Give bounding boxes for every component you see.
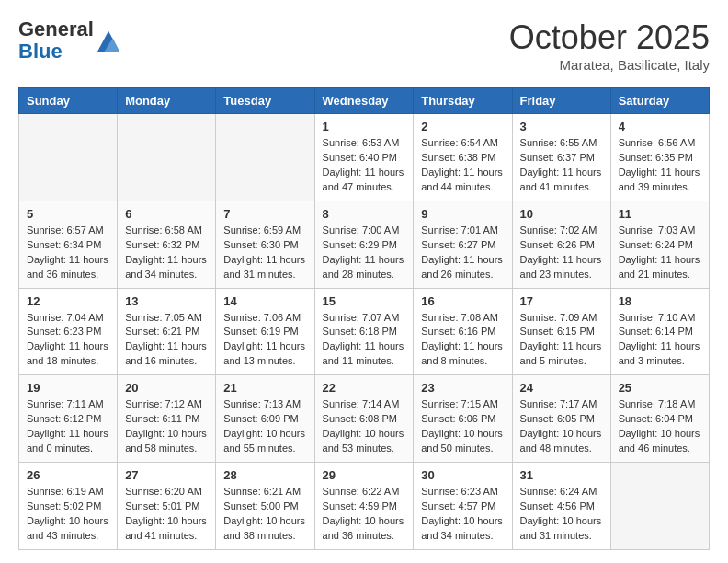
day-number: 17 [520,294,603,308]
calendar-cell [19,114,118,201]
calendar-cell: 17Sunrise: 7:09 AM Sunset: 6:15 PM Dayli… [512,288,610,375]
calendar-cell: 25Sunrise: 7:18 AM Sunset: 6:04 PM Dayli… [610,375,709,463]
day-info: Sunrise: 6:56 AM Sunset: 6:35 PM Dayligh… [619,136,701,195]
header-tuesday: Tuesday [216,88,314,114]
day-number: 25 [619,381,701,395]
header-monday: Monday [118,88,216,114]
calendar-cell: 6Sunrise: 6:58 AM Sunset: 6:32 PM Daylig… [118,201,216,288]
day-info: Sunrise: 7:02 AM Sunset: 6:26 PM Dayligh… [520,224,603,282]
day-info: Sunrise: 6:23 AM Sunset: 4:57 PM Dayligh… [421,485,504,544]
calendar-cell: 14Sunrise: 7:06 AM Sunset: 6:19 PM Dayli… [216,288,314,375]
calendar-cell: 22Sunrise: 7:14 AM Sunset: 6:08 PM Dayli… [314,375,414,463]
day-info: Sunrise: 7:12 AM Sunset: 6:11 PM Dayligh… [125,397,208,456]
day-number: 24 [520,381,603,395]
location-subtitle: Maratea, Basilicate, Italy [509,57,710,73]
day-number: 12 [27,294,109,308]
calendar-cell: 5Sunrise: 6:57 AM Sunset: 6:34 PM Daylig… [19,201,118,288]
day-number: 19 [27,381,109,395]
calendar-cell: 21Sunrise: 7:13 AM Sunset: 6:09 PM Dayli… [216,375,314,463]
day-info: Sunrise: 6:57 AM Sunset: 6:34 PM Dayligh… [27,224,109,282]
day-number: 10 [520,207,603,221]
calendar-cell: 29Sunrise: 6:22 AM Sunset: 4:59 PM Dayli… [314,463,414,550]
calendar-cell: 13Sunrise: 7:05 AM Sunset: 6:21 PM Dayli… [118,288,216,375]
day-number: 2 [421,120,504,133]
day-number: 18 [619,294,701,308]
header-wednesday: Wednesday [314,88,414,114]
page-header: General Blue October 2025 Maratea, Basil… [18,18,710,73]
calendar-cell: 28Sunrise: 6:21 AM Sunset: 5:00 PM Dayli… [216,463,314,550]
day-info: Sunrise: 7:15 AM Sunset: 6:06 PM Dayligh… [421,397,504,456]
calendar-week-3: 19Sunrise: 7:11 AM Sunset: 6:12 PM Dayli… [19,375,710,463]
day-number: 30 [421,468,504,482]
day-number: 28 [223,468,306,482]
logo: General Blue [18,18,121,63]
day-number: 27 [125,468,208,482]
day-number: 5 [27,207,109,221]
header-sunday: Sunday [19,88,118,114]
calendar-cell: 26Sunrise: 6:19 AM Sunset: 5:02 PM Dayli… [19,463,118,550]
calendar-cell: 16Sunrise: 7:08 AM Sunset: 6:16 PM Dayli… [414,288,512,375]
day-number: 26 [27,468,109,482]
calendar-cell: 18Sunrise: 7:10 AM Sunset: 6:14 PM Dayli… [610,288,709,375]
calendar-cell: 30Sunrise: 6:23 AM Sunset: 4:57 PM Dayli… [414,463,512,550]
day-info: Sunrise: 6:54 AM Sunset: 6:38 PM Dayligh… [421,136,504,195]
day-number: 3 [520,120,603,133]
day-number: 13 [125,294,208,308]
calendar-cell: 11Sunrise: 7:03 AM Sunset: 6:24 PM Dayli… [610,201,709,288]
day-number: 8 [323,207,406,221]
day-info: Sunrise: 7:11 AM Sunset: 6:12 PM Dayligh… [27,397,109,456]
day-info: Sunrise: 7:10 AM Sunset: 6:14 PM Dayligh… [619,311,701,370]
calendar-cell: 10Sunrise: 7:02 AM Sunset: 6:26 PM Dayli… [512,201,610,288]
logo-icon [96,28,121,53]
day-info: Sunrise: 7:18 AM Sunset: 6:04 PM Dayligh… [619,397,701,456]
day-number: 9 [421,207,504,221]
header-friday: Friday [512,88,610,114]
day-info: Sunrise: 6:59 AM Sunset: 6:30 PM Dayligh… [223,224,306,282]
header-saturday: Saturday [610,88,709,114]
day-number: 1 [323,120,406,133]
calendar-week-2: 12Sunrise: 7:04 AM Sunset: 6:23 PM Dayli… [19,288,710,375]
day-number: 7 [223,207,306,221]
day-number: 14 [223,294,306,308]
day-info: Sunrise: 7:08 AM Sunset: 6:16 PM Dayligh… [421,311,504,370]
calendar-cell: 8Sunrise: 7:00 AM Sunset: 6:29 PM Daylig… [314,201,414,288]
calendar-cell: 19Sunrise: 7:11 AM Sunset: 6:12 PM Dayli… [19,375,118,463]
calendar-cell: 1Sunrise: 6:53 AM Sunset: 6:40 PM Daylig… [314,114,414,201]
title-block: October 2025 Maratea, Basilicate, Italy [509,18,710,73]
logo-general: General [18,17,94,40]
day-info: Sunrise: 6:55 AM Sunset: 6:37 PM Dayligh… [520,136,603,195]
calendar-header-row: SundayMondayTuesdayWednesdayThursdayFrid… [19,88,710,114]
day-info: Sunrise: 7:03 AM Sunset: 6:24 PM Dayligh… [619,224,701,282]
calendar-week-4: 26Sunrise: 6:19 AM Sunset: 5:02 PM Dayli… [19,463,710,550]
day-info: Sunrise: 7:13 AM Sunset: 6:09 PM Dayligh… [223,397,306,456]
calendar-cell: 4Sunrise: 6:56 AM Sunset: 6:35 PM Daylig… [610,114,709,201]
day-info: Sunrise: 6:19 AM Sunset: 5:02 PM Dayligh… [27,485,109,544]
calendar-table: SundayMondayTuesdayWednesdayThursdayFrid… [18,87,710,550]
calendar-week-1: 5Sunrise: 6:57 AM Sunset: 6:34 PM Daylig… [19,201,710,288]
day-number: 11 [619,207,701,221]
calendar-cell: 15Sunrise: 7:07 AM Sunset: 6:18 PM Dayli… [314,288,414,375]
day-info: Sunrise: 7:00 AM Sunset: 6:29 PM Dayligh… [323,224,406,282]
day-info: Sunrise: 7:05 AM Sunset: 6:21 PM Dayligh… [125,311,208,370]
calendar-cell: 12Sunrise: 7:04 AM Sunset: 6:23 PM Dayli… [19,288,118,375]
day-info: Sunrise: 7:09 AM Sunset: 6:15 PM Dayligh… [520,311,603,370]
calendar-cell: 31Sunrise: 6:24 AM Sunset: 4:56 PM Dayli… [512,463,610,550]
day-number: 20 [125,381,208,395]
day-number: 21 [223,381,306,395]
calendar-cell [216,114,314,201]
day-number: 29 [323,468,406,482]
logo-blue: Blue [18,40,63,63]
day-info: Sunrise: 6:24 AM Sunset: 4:56 PM Dayligh… [520,485,603,544]
day-info: Sunrise: 7:01 AM Sunset: 6:27 PM Dayligh… [421,224,504,282]
calendar-cell: 2Sunrise: 6:54 AM Sunset: 6:38 PM Daylig… [414,114,512,201]
day-number: 15 [323,294,406,308]
month-title: October 2025 [509,18,710,57]
day-info: Sunrise: 7:17 AM Sunset: 6:05 PM Dayligh… [520,397,603,456]
day-number: 31 [520,468,603,482]
day-number: 16 [421,294,504,308]
day-info: Sunrise: 6:58 AM Sunset: 6:32 PM Dayligh… [125,224,208,282]
calendar-cell: 3Sunrise: 6:55 AM Sunset: 6:37 PM Daylig… [512,114,610,201]
day-number: 6 [125,207,208,221]
calendar-week-0: 1Sunrise: 6:53 AM Sunset: 6:40 PM Daylig… [19,114,710,201]
day-number: 23 [421,381,504,395]
